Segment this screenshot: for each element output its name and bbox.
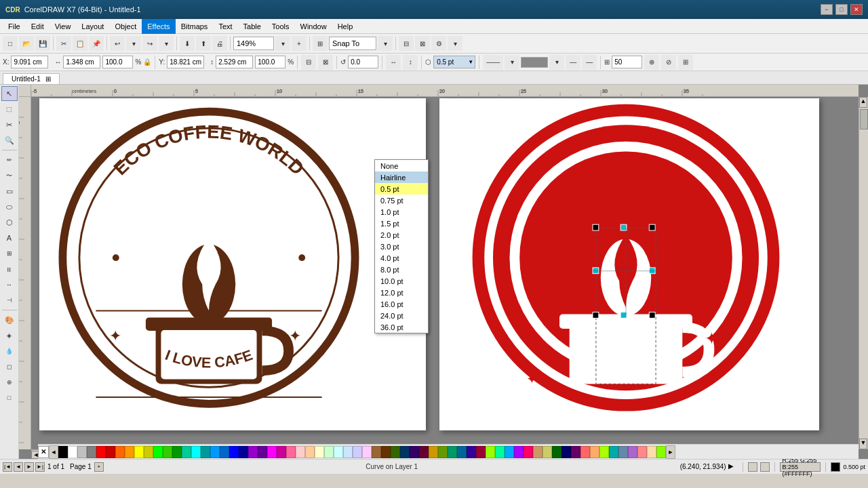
- first-page-btn[interactable]: |◄: [3, 462, 12, 472]
- redo-button[interactable]: ↪: [142, 36, 157, 51]
- h-input[interactable]: [216, 56, 253, 68]
- color-navy[interactable]: [400, 446, 410, 458]
- color-orange1[interactable]: [115, 446, 125, 458]
- shadow-tool[interactable]: □: [1, 390, 18, 405]
- color-blue1[interactable]: [210, 446, 220, 458]
- select-tool[interactable]: ↖: [1, 86, 18, 101]
- color-green1[interactable]: [153, 446, 163, 458]
- color-skin2[interactable]: [305, 446, 315, 458]
- crop-tool[interactable]: ✂: [1, 117, 18, 132]
- save-button[interactable]: 💾: [35, 36, 50, 51]
- zoom-dropdown[interactable]: ▾: [275, 36, 290, 51]
- color-purple2[interactable]: [258, 446, 267, 458]
- outline-option-3.0pt[interactable]: 3.0 pt: [375, 241, 428, 252]
- color-lemon[interactable]: [315, 446, 324, 458]
- color-cyan1[interactable]: [191, 446, 201, 458]
- undo-dropdown[interactable]: ▾: [126, 36, 141, 51]
- menu-bitmaps[interactable]: Bitmaps: [176, 19, 214, 34]
- outline-option-4.0pt[interactable]: 4.0 pt: [375, 252, 428, 264]
- color-teal2[interactable]: [201, 446, 210, 458]
- add-page-btn[interactable]: +: [94, 462, 104, 472]
- print-button[interactable]: 🖨: [212, 36, 227, 51]
- close-button[interactable]: ✕: [850, 4, 863, 15]
- color-lpink[interactable]: [362, 446, 372, 458]
- color-gray[interactable]: [87, 446, 96, 458]
- lock-indicator[interactable]: [760, 462, 770, 472]
- color-amethyst[interactable]: [628, 446, 637, 458]
- color-red2[interactable]: [106, 446, 115, 458]
- color-magenta2[interactable]: [277, 446, 286, 458]
- color-orange2[interactable]: [125, 446, 134, 458]
- h-pct-input[interactable]: [255, 56, 285, 68]
- color-midnight[interactable]: [561, 446, 571, 458]
- snap-dropdown[interactable]: ▾: [378, 36, 393, 51]
- freehand-tool[interactable]: ✏: [1, 152, 18, 167]
- color-magenta1[interactable]: [267, 446, 277, 458]
- eyedropper-tool[interactable]: 💧: [1, 344, 18, 359]
- next-page-btn[interactable]: ►: [24, 462, 34, 472]
- transform-btn1[interactable]: ⊟: [301, 55, 316, 70]
- undo-button[interactable]: ↩: [110, 36, 125, 51]
- color-cerulean[interactable]: [457, 446, 467, 458]
- outline-option-1.5pt[interactable]: 1.5 pt: [375, 218, 428, 229]
- color-green3[interactable]: [172, 446, 182, 458]
- dash-style-btn1[interactable]: ——: [483, 55, 503, 70]
- zoom-input[interactable]: [233, 37, 274, 50]
- color-teal3[interactable]: [609, 446, 618, 458]
- color-emerald[interactable]: [448, 446, 457, 458]
- color-teal1[interactable]: [182, 446, 191, 458]
- x-input[interactable]: [11, 56, 48, 68]
- color-tan[interactable]: [533, 446, 542, 458]
- color-lgteen[interactable]: [324, 446, 334, 458]
- text-tool[interactable]: A: [1, 230, 18, 245]
- zoom-in[interactable]: +: [292, 36, 307, 51]
- size-input[interactable]: [612, 56, 642, 68]
- menu-tools[interactable]: Tools: [267, 19, 295, 34]
- scroll-down-btn[interactable]: ▼: [859, 439, 867, 449]
- snap-to-input[interactable]: [329, 37, 376, 50]
- color-lime[interactable]: [599, 446, 609, 458]
- right-scrollbar[interactable]: ▲ ▼: [859, 97, 868, 449]
- scroll-up-btn[interactable]: ▲: [859, 97, 867, 108]
- color-crimson[interactable]: [419, 446, 429, 458]
- import-button[interactable]: ⬇: [180, 36, 195, 51]
- menu-object[interactable]: Object: [109, 19, 142, 34]
- color-seafoam[interactable]: [495, 446, 505, 458]
- color-black[interactable]: [58, 446, 68, 458]
- color-green2[interactable]: [163, 446, 172, 458]
- color-chartreuse[interactable]: [656, 446, 666, 458]
- grid-btn[interactable]: ⊞: [678, 55, 693, 70]
- table-tool[interactable]: ⊞: [1, 246, 18, 261]
- outline-option-0.5pt[interactable]: 0.5 pt: [375, 183, 428, 195]
- redo-dropdown[interactable]: ▾: [159, 36, 174, 51]
- outline-option-24.0pt[interactable]: 24.0 pt: [375, 310, 428, 321]
- copy-button[interactable]: 📋: [73, 36, 87, 51]
- w-input[interactable]: [63, 56, 100, 68]
- outline-option-16.0pt[interactable]: 16.0 pt: [375, 298, 428, 310]
- mirror-h-btn[interactable]: ↔: [386, 55, 401, 70]
- interactive-tool[interactable]: ⊕: [1, 375, 18, 390]
- color-khaki[interactable]: [542, 446, 552, 458]
- fill-tool[interactable]: 🎨: [1, 312, 18, 327]
- menu-text[interactable]: Text: [213, 19, 237, 34]
- outline-option-0.75pt[interactable]: 0.75 pt: [375, 195, 428, 206]
- line-dropdown[interactable]: ▾: [549, 55, 564, 70]
- color-sky[interactable]: [505, 446, 514, 458]
- tab-untitled1[interactable]: Untitled-1 ⊞: [3, 73, 60, 84]
- menu-edit[interactable]: Edit: [26, 19, 50, 34]
- color-peach[interactable]: [590, 446, 599, 458]
- polygon-tool[interactable]: ⬡: [1, 215, 18, 230]
- maximize-button[interactable]: □: [835, 4, 848, 15]
- menu-layout[interactable]: Layout: [76, 19, 109, 34]
- menu-file[interactable]: File: [3, 19, 26, 34]
- color-plum[interactable]: [571, 446, 580, 458]
- color-lteal[interactable]: [334, 446, 343, 458]
- outline-option-1.0pt[interactable]: 1.0 pt: [375, 206, 428, 218]
- color-blue2[interactable]: [220, 446, 229, 458]
- menu-help[interactable]: Help: [332, 19, 359, 34]
- mirror-v-btn[interactable]: ↕: [403, 55, 418, 70]
- no-fill-swatch[interactable]: ✕: [38, 446, 49, 458]
- outline-option-hairline[interactable]: Hairline: [375, 171, 428, 183]
- color-slate[interactable]: [618, 446, 628, 458]
- zoom-tool[interactable]: 🔍: [1, 133, 18, 148]
